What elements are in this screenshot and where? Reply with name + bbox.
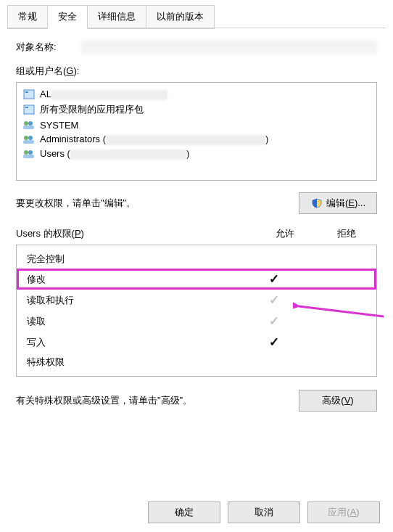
edit-button[interactable]: 编辑(E)... <box>299 192 377 214</box>
list-item-label: 所有受限制的应用程序包 <box>40 103 144 116</box>
group-users-label: 组或用户名(G): <box>16 65 377 78</box>
svg-point-7 <box>24 136 28 140</box>
permission-name: 特殊权限 <box>27 356 243 369</box>
ok-button[interactable]: 确定 <box>148 502 220 523</box>
allow-check: ✓ <box>243 292 305 308</box>
object-name-value <box>81 40 377 54</box>
tab-bar: 常规 安全 详细信息 以前的版本 <box>0 0 393 28</box>
permissions-listbox: 完全控制修改✓读取和执行✓读取✓写入✓特殊权限 <box>16 245 377 377</box>
list-item[interactable]: Administrators () <box>21 132 372 147</box>
permission-row: 写入✓ <box>17 332 376 353</box>
svg-point-10 <box>24 150 28 155</box>
tab-details[interactable]: 详细信息 <box>87 5 146 29</box>
edit-row: 要更改权限，请单击"编辑"。 编辑(E)... <box>16 192 377 214</box>
shield-icon <box>310 197 323 209</box>
package-icon <box>22 104 36 115</box>
allow-check: ✓ <box>243 335 305 350</box>
apply-button[interactable]: 应用(A) <box>307 502 380 523</box>
advanced-button[interactable]: 高级(V) <box>299 390 377 412</box>
permission-name: 写入 <box>27 336 243 349</box>
svg-rect-1 <box>25 91 28 93</box>
deny-column-header: 拒绝 <box>315 227 377 240</box>
permission-row: 读取和执行✓ <box>17 290 376 311</box>
edit-hint: 要更改权限，请单击"编辑"。 <box>16 197 136 210</box>
users-icon <box>22 134 36 145</box>
dialog-buttons: 确定 取消 应用(A) <box>148 502 380 523</box>
svg-rect-12 <box>23 155 34 158</box>
allow-check: ✓ <box>243 271 305 287</box>
tab-general[interactable]: 常规 <box>7 5 48 29</box>
allow-column-header: 允许 <box>254 227 315 240</box>
tab-general-label: 常规 <box>18 11 37 22</box>
list-item[interactable]: 所有受限制的应用程序包 <box>21 102 372 118</box>
permission-row: 特殊权限 <box>17 353 376 372</box>
security-panel: 对象名称: 组或用户名(G): AL 所有受限制的应用程序包 SYSTEM <box>0 28 393 425</box>
svg-rect-6 <box>23 126 34 129</box>
tab-security[interactable]: 安全 <box>47 5 88 29</box>
list-item[interactable]: SYSTEM <box>21 118 372 132</box>
list-item[interactable]: AL <box>21 87 372 102</box>
svg-rect-2 <box>24 105 34 114</box>
permission-name: 完全控制 <box>27 253 243 266</box>
svg-point-4 <box>24 121 28 126</box>
permission-name: 读取和执行 <box>27 294 243 307</box>
advanced-hint: 有关特殊权限或高级设置，请单击"高级"。 <box>16 394 192 407</box>
list-item-label: SYSTEM <box>40 120 78 131</box>
permission-row: 完全控制 <box>17 250 376 269</box>
svg-rect-9 <box>23 140 34 144</box>
list-item-label: Administrators () <box>40 134 268 145</box>
cancel-button[interactable]: 取消 <box>228 502 300 523</box>
advanced-row: 有关特殊权限或高级设置，请单击"高级"。 高级(V) <box>16 390 377 412</box>
svg-point-11 <box>28 150 33 155</box>
principals-listbox[interactable]: AL 所有受限制的应用程序包 SYSTEM Administrators () … <box>16 82 377 181</box>
svg-rect-3 <box>25 107 28 108</box>
allow-check: ✓ <box>243 314 305 329</box>
permission-row: 修改✓ <box>17 269 376 290</box>
svg-point-8 <box>28 136 33 140</box>
object-name-label: 对象名称: <box>16 41 81 54</box>
list-item-label: AL <box>40 89 167 100</box>
permission-name: 修改 <box>27 273 243 286</box>
svg-rect-0 <box>24 90 34 99</box>
permission-row: 读取✓ <box>17 311 376 332</box>
users-icon <box>22 148 36 160</box>
list-item[interactable]: Users () <box>21 147 372 161</box>
tab-details-label: 详细信息 <box>98 11 136 22</box>
object-name-row: 对象名称: <box>16 40 377 54</box>
list-item-label: Users () <box>40 148 189 160</box>
permissions-for-label: Users 的权限(P) <box>16 227 254 240</box>
tab-security-label: 安全 <box>58 11 77 22</box>
svg-point-5 <box>28 121 33 126</box>
tab-previous[interactable]: 以前的版本 <box>146 5 215 29</box>
users-icon <box>22 119 36 131</box>
package-icon <box>22 89 36 100</box>
permission-name: 读取 <box>27 315 243 328</box>
tab-previous-label: 以前的版本 <box>157 11 204 22</box>
permissions-header: Users 的权限(P) 允许 拒绝 <box>16 227 377 240</box>
